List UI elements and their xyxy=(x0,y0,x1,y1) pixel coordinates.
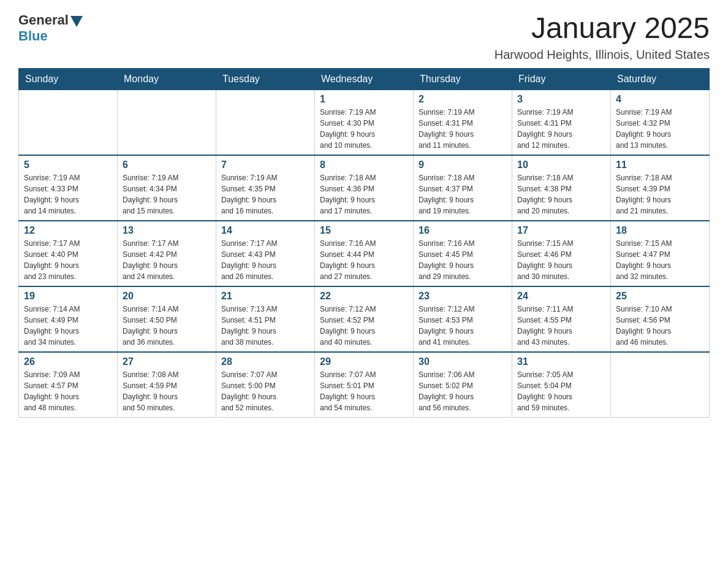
day-info: Sunrise: 7:19 AM Sunset: 4:33 PM Dayligh… xyxy=(24,172,112,216)
day-info: Sunrise: 7:09 AM Sunset: 4:57 PM Dayligh… xyxy=(24,369,112,413)
calendar-cell-8: 8Sunrise: 7:18 AM Sunset: 4:36 PM Daylig… xyxy=(315,155,414,221)
day-info: Sunrise: 7:16 AM Sunset: 4:45 PM Dayligh… xyxy=(419,238,507,282)
day-info: Sunrise: 7:19 AM Sunset: 4:32 PM Dayligh… xyxy=(616,107,704,151)
calendar-cell-empty xyxy=(118,90,216,155)
day-number: 27 xyxy=(123,356,211,367)
calendar-week-row: 1Sunrise: 7:19 AM Sunset: 4:30 PM Daylig… xyxy=(19,90,710,155)
calendar-cell-29: 29Sunrise: 7:07 AM Sunset: 5:01 PM Dayli… xyxy=(315,352,414,418)
calendar-cell-28: 28Sunrise: 7:07 AM Sunset: 5:00 PM Dayli… xyxy=(216,352,315,418)
day-number: 6 xyxy=(123,159,211,170)
calendar-cell-26: 26Sunrise: 7:09 AM Sunset: 4:57 PM Dayli… xyxy=(19,352,118,418)
day-number: 16 xyxy=(419,225,507,236)
day-info: Sunrise: 7:07 AM Sunset: 5:00 PM Dayligh… xyxy=(221,369,309,413)
day-info: Sunrise: 7:07 AM Sunset: 5:01 PM Dayligh… xyxy=(320,369,408,413)
day-info: Sunrise: 7:17 AM Sunset: 4:42 PM Dayligh… xyxy=(123,238,211,282)
day-number: 17 xyxy=(517,225,605,236)
day-number: 14 xyxy=(221,225,309,236)
logo: General Blue xyxy=(18,12,83,44)
calendar-cell-1: 1Sunrise: 7:19 AM Sunset: 4:30 PM Daylig… xyxy=(315,90,414,155)
day-info: Sunrise: 7:18 AM Sunset: 4:37 PM Dayligh… xyxy=(419,172,507,216)
day-number: 7 xyxy=(221,159,309,170)
calendar-cell-17: 17Sunrise: 7:15 AM Sunset: 4:46 PM Dayli… xyxy=(512,221,611,286)
day-info: Sunrise: 7:15 AM Sunset: 4:47 PM Dayligh… xyxy=(616,238,704,282)
day-info: Sunrise: 7:13 AM Sunset: 4:51 PM Dayligh… xyxy=(221,304,309,348)
day-info: Sunrise: 7:15 AM Sunset: 4:46 PM Dayligh… xyxy=(517,238,605,282)
calendar-cell-13: 13Sunrise: 7:17 AM Sunset: 4:42 PM Dayli… xyxy=(118,221,216,286)
page-header: General Blue January 2025 Harwood Height… xyxy=(18,12,710,62)
day-number: 19 xyxy=(24,291,112,302)
day-number: 2 xyxy=(419,94,507,105)
calendar-header-monday: Monday xyxy=(118,68,216,90)
day-number: 18 xyxy=(616,225,704,236)
calendar-cell-empty xyxy=(611,352,710,418)
day-number: 3 xyxy=(517,94,605,105)
day-info: Sunrise: 7:06 AM Sunset: 5:02 PM Dayligh… xyxy=(419,369,507,413)
calendar-cell-3: 3Sunrise: 7:19 AM Sunset: 4:31 PM Daylig… xyxy=(512,90,611,155)
day-number: 13 xyxy=(123,225,211,236)
day-info: Sunrise: 7:10 AM Sunset: 4:56 PM Dayligh… xyxy=(616,304,704,348)
calendar-header-tuesday: Tuesday xyxy=(216,68,315,90)
day-info: Sunrise: 7:19 AM Sunset: 4:35 PM Dayligh… xyxy=(221,172,309,216)
calendar-cell-19: 19Sunrise: 7:14 AM Sunset: 4:49 PM Dayli… xyxy=(19,286,118,352)
calendar-header-sunday: Sunday xyxy=(19,68,118,90)
logo-general: General xyxy=(18,12,83,28)
calendar-cell-22: 22Sunrise: 7:12 AM Sunset: 4:52 PM Dayli… xyxy=(315,286,414,352)
calendar-cell-31: 31Sunrise: 7:05 AM Sunset: 5:04 PM Dayli… xyxy=(512,352,611,418)
calendar-cell-21: 21Sunrise: 7:13 AM Sunset: 4:51 PM Dayli… xyxy=(216,286,315,352)
calendar-cell-18: 18Sunrise: 7:15 AM Sunset: 4:47 PM Dayli… xyxy=(611,221,710,286)
day-info: Sunrise: 7:14 AM Sunset: 4:50 PM Dayligh… xyxy=(123,304,211,348)
day-info: Sunrise: 7:17 AM Sunset: 4:43 PM Dayligh… xyxy=(221,238,309,282)
day-info: Sunrise: 7:12 AM Sunset: 4:52 PM Dayligh… xyxy=(320,304,408,348)
calendar-header-friday: Friday xyxy=(512,68,611,90)
calendar-table: SundayMondayTuesdayWednesdayThursdayFrid… xyxy=(18,68,710,418)
calendar-header-thursday: Thursday xyxy=(414,68,512,90)
title-section: January 2025 Harwood Heights, Illinois, … xyxy=(495,12,710,62)
day-number: 1 xyxy=(320,94,408,105)
day-info: Sunrise: 7:14 AM Sunset: 4:49 PM Dayligh… xyxy=(24,304,112,348)
logo-general-text: General xyxy=(18,12,69,28)
calendar-cell-20: 20Sunrise: 7:14 AM Sunset: 4:50 PM Dayli… xyxy=(118,286,216,352)
calendar-week-row: 12Sunrise: 7:17 AM Sunset: 4:40 PM Dayli… xyxy=(19,221,710,286)
day-number: 9 xyxy=(419,159,507,170)
day-info: Sunrise: 7:19 AM Sunset: 4:30 PM Dayligh… xyxy=(320,107,408,151)
day-number: 30 xyxy=(419,356,507,367)
day-number: 26 xyxy=(24,356,112,367)
calendar-cell-30: 30Sunrise: 7:06 AM Sunset: 5:02 PM Dayli… xyxy=(414,352,512,418)
calendar-week-row: 26Sunrise: 7:09 AM Sunset: 4:57 PM Dayli… xyxy=(19,352,710,418)
calendar-cell-empty xyxy=(19,90,118,155)
logo-blue-text: Blue xyxy=(18,28,48,44)
calendar-cell-5: 5Sunrise: 7:19 AM Sunset: 4:33 PM Daylig… xyxy=(19,155,118,221)
day-number: 23 xyxy=(419,291,507,302)
calendar-cell-12: 12Sunrise: 7:17 AM Sunset: 4:40 PM Dayli… xyxy=(19,221,118,286)
day-info: Sunrise: 7:05 AM Sunset: 5:04 PM Dayligh… xyxy=(517,369,605,413)
day-info: Sunrise: 7:16 AM Sunset: 4:44 PM Dayligh… xyxy=(320,238,408,282)
calendar-cell-24: 24Sunrise: 7:11 AM Sunset: 4:55 PM Dayli… xyxy=(512,286,611,352)
day-number: 28 xyxy=(221,356,309,367)
day-number: 24 xyxy=(517,291,605,302)
day-info: Sunrise: 7:08 AM Sunset: 4:59 PM Dayligh… xyxy=(123,369,211,413)
day-number: 8 xyxy=(320,159,408,170)
calendar-cell-11: 11Sunrise: 7:18 AM Sunset: 4:39 PM Dayli… xyxy=(611,155,710,221)
calendar-cell-10: 10Sunrise: 7:18 AM Sunset: 4:38 PM Dayli… xyxy=(512,155,611,221)
calendar-cell-6: 6Sunrise: 7:19 AM Sunset: 4:34 PM Daylig… xyxy=(118,155,216,221)
day-info: Sunrise: 7:18 AM Sunset: 4:38 PM Dayligh… xyxy=(517,172,605,216)
logo-triangle-icon xyxy=(70,16,83,27)
calendar-cell-27: 27Sunrise: 7:08 AM Sunset: 4:59 PM Dayli… xyxy=(118,352,216,418)
calendar-cell-15: 15Sunrise: 7:16 AM Sunset: 4:44 PM Dayli… xyxy=(315,221,414,286)
calendar-cell-empty xyxy=(216,90,315,155)
day-number: 5 xyxy=(24,159,112,170)
day-number: 21 xyxy=(221,291,309,302)
day-info: Sunrise: 7:17 AM Sunset: 4:40 PM Dayligh… xyxy=(24,238,112,282)
calendar-cell-4: 4Sunrise: 7:19 AM Sunset: 4:32 PM Daylig… xyxy=(611,90,710,155)
calendar-cell-16: 16Sunrise: 7:16 AM Sunset: 4:45 PM Dayli… xyxy=(414,221,512,286)
day-info: Sunrise: 7:18 AM Sunset: 4:39 PM Dayligh… xyxy=(616,172,704,216)
calendar-header-saturday: Saturday xyxy=(611,68,710,90)
day-number: 15 xyxy=(320,225,408,236)
day-number: 20 xyxy=(123,291,211,302)
calendar-cell-2: 2Sunrise: 7:19 AM Sunset: 4:31 PM Daylig… xyxy=(414,90,512,155)
month-title: January 2025 xyxy=(495,12,710,45)
day-info: Sunrise: 7:19 AM Sunset: 4:31 PM Dayligh… xyxy=(419,107,507,151)
location-subtitle: Harwood Heights, Illinois, United States xyxy=(495,48,710,62)
calendar-cell-25: 25Sunrise: 7:10 AM Sunset: 4:56 PM Dayli… xyxy=(611,286,710,352)
day-number: 12 xyxy=(24,225,112,236)
